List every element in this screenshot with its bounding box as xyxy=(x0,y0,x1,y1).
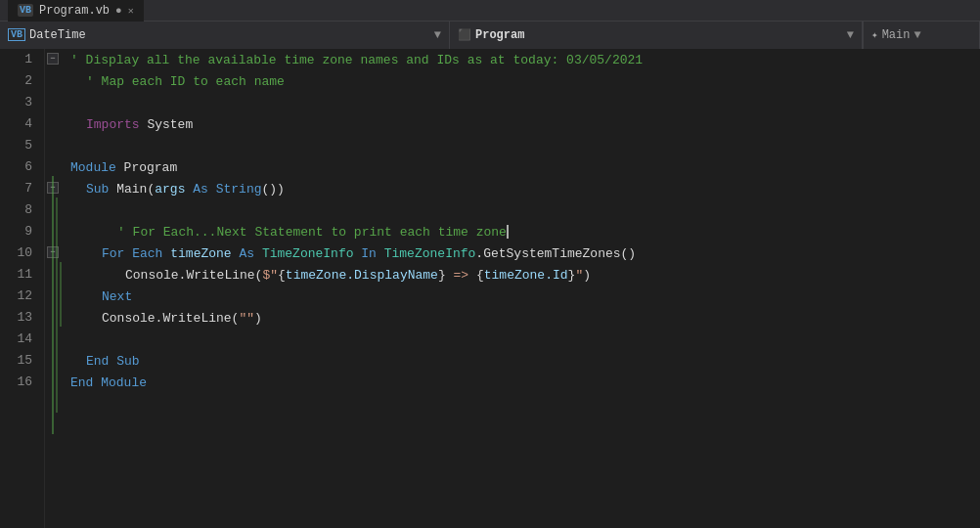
comment-2: ' Map each ID to each name xyxy=(86,74,285,89)
next-kw: Next xyxy=(102,289,132,304)
arrow-str: => xyxy=(446,268,476,283)
ln-11: 11 xyxy=(0,264,40,286)
middle-dropdown-text: Program xyxy=(475,28,524,42)
sub-kw: Sub xyxy=(86,182,109,197)
paren-end-13: ) xyxy=(254,311,262,326)
program-icon: ⬛ xyxy=(458,28,471,41)
ln-1: 1 xyxy=(0,49,40,70)
tab-close-icon[interactable]: ✕ xyxy=(128,5,134,17)
console-kw-13: Console.WriteLine( xyxy=(102,311,239,326)
module-kw: Module xyxy=(70,160,116,175)
title-bar: VB Program.vb ● ✕ xyxy=(0,0,980,22)
string-end: " xyxy=(575,268,583,283)
ln-4: 4 xyxy=(0,113,40,135)
tz-id: timeZone.Id xyxy=(484,268,568,283)
string-type: String xyxy=(216,182,262,197)
timezone-var: timeZone xyxy=(170,246,231,261)
cursor xyxy=(507,225,509,239)
tab-filename: Program.vb xyxy=(39,4,110,18)
in-kw: In xyxy=(354,246,384,261)
code-line-14 xyxy=(70,329,980,350)
sub-space xyxy=(109,182,116,197)
parens-close: ()) xyxy=(262,182,285,197)
line-numbers-panel: 1 2 3 4 5 6 7 8 9 10 11 12 13 14 15 16 xyxy=(0,49,45,528)
ln-10: 10 xyxy=(0,242,40,264)
chevron-down-icon-right: ▼ xyxy=(913,28,920,42)
brace-open-2: { xyxy=(476,268,484,283)
code-line-7: Sub Main ( args As String ()) xyxy=(70,178,980,199)
context-dropdown-right[interactable]: ✦ Main ▼ xyxy=(863,22,980,49)
code-line-11: Console.WriteLine( $" { timeZone.Display… xyxy=(70,264,980,286)
getsystem-method: .GetSystemTimeZones() xyxy=(475,246,636,261)
chevron-down-icon-left: ▼ xyxy=(434,28,441,42)
file-tab[interactable]: VB Program.vb ● ✕ xyxy=(8,0,144,22)
module-name: Program xyxy=(116,160,177,175)
ln-14: 14 xyxy=(0,329,40,350)
code-line-10: For Each timeZone As TimeZoneInfo In Tim… xyxy=(70,242,980,264)
tzinfo-class2: TimeZoneInfo xyxy=(384,246,476,261)
right-dropdown-text: Main xyxy=(882,28,911,42)
comment-9: ' For Each...Next Statement to print eac… xyxy=(117,225,507,240)
ln-2: 2 xyxy=(0,70,40,92)
ln-9: 9 xyxy=(0,221,40,242)
string-interp-start: $" xyxy=(262,268,278,283)
block-line-module xyxy=(52,176,54,434)
code-line-6: Module Program xyxy=(70,156,980,178)
ln-16: 16 xyxy=(0,372,40,393)
args-param: args xyxy=(155,182,185,197)
code-editor[interactable]: ' Display all the available time zone na… xyxy=(63,49,980,528)
for-kw: For Each xyxy=(102,246,162,261)
imports-kw: Imports xyxy=(86,117,140,132)
as-kw-2: As xyxy=(232,246,262,261)
brace-close-2: } xyxy=(568,268,576,283)
end-sub-kw: End Sub xyxy=(86,354,140,369)
brace-open: { xyxy=(278,268,286,283)
code-container: 1 2 3 4 5 6 7 8 9 10 11 12 13 14 15 16 −… xyxy=(0,49,980,528)
paren-end-11: ) xyxy=(583,268,591,283)
left-dropdown-text: DateTime xyxy=(29,28,86,42)
ln-6: 6 xyxy=(0,156,40,178)
code-line-15: End Sub xyxy=(70,350,980,372)
context-dropdown-middle[interactable]: ⬛ Program ▼ xyxy=(450,22,863,49)
imports-ns: System xyxy=(140,117,194,132)
ln-3: 3 xyxy=(0,92,40,113)
for-space xyxy=(162,246,170,261)
end-module-kw: End Module xyxy=(70,375,147,390)
chevron-down-icon-middle: ▼ xyxy=(847,28,854,42)
code-line-16: End Module xyxy=(70,372,980,393)
ln-15: 15 xyxy=(0,350,40,372)
comment-1: ' Display all the available time zone na… xyxy=(70,53,643,67)
code-line-4: Imports System xyxy=(70,113,980,135)
ln-5: 5 xyxy=(0,135,40,156)
as-kw-1: As xyxy=(185,182,215,197)
nav-bar: VB DateTime ▼ ⬛ Program ▼ ✦ Main ▼ xyxy=(0,22,980,49)
code-line-1: ' Display all the available time zone na… xyxy=(70,49,980,70)
vb-badge-left: VB xyxy=(8,28,25,41)
ln-8: 8 xyxy=(0,199,40,221)
tab-modified-dot: ● xyxy=(115,5,122,17)
main-name: Main xyxy=(116,182,147,197)
block-line-sub xyxy=(56,198,58,413)
gutter-panel: − − − xyxy=(45,49,63,528)
context-dropdown-left[interactable]: VB DateTime ▼ xyxy=(0,22,450,49)
collapse-btn-1[interactable]: − xyxy=(47,53,59,65)
brace-close: } xyxy=(438,268,446,283)
code-line-9: ' For Each...Next Statement to print eac… xyxy=(70,221,980,242)
right-dropdown-icon: ✦ xyxy=(871,28,878,41)
code-line-5 xyxy=(70,135,980,156)
ln-7: 7 xyxy=(0,178,40,199)
empty-string: "" xyxy=(239,311,254,326)
code-line-13: Console.WriteLine( "" ) xyxy=(70,307,980,329)
code-line-8 xyxy=(70,199,980,221)
paren-open: ( xyxy=(147,182,155,197)
code-line-2: ' Map each ID to each name xyxy=(70,70,980,92)
code-line-3 xyxy=(70,92,980,113)
code-line-12: Next xyxy=(70,286,980,307)
tab-vb-icon: VB xyxy=(18,4,33,17)
tzinfo-type: TimeZoneInfo xyxy=(262,246,354,261)
ln-12: 12 xyxy=(0,286,40,307)
console-kw-11: Console.WriteLine( xyxy=(125,268,262,283)
block-line-for xyxy=(60,262,62,327)
tz-displayname: timeZone.DisplayName xyxy=(286,268,438,283)
ln-13: 13 xyxy=(0,307,40,329)
